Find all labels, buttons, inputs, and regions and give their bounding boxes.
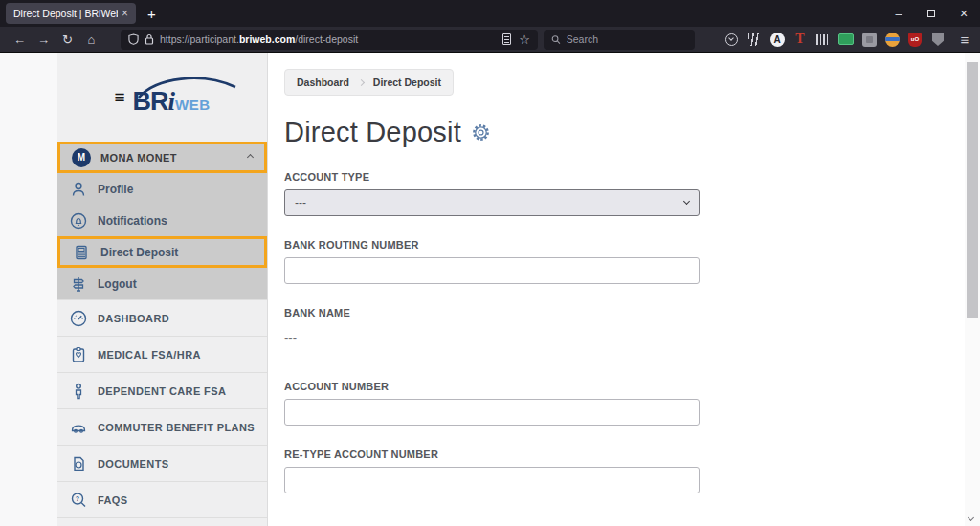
account-type-value: --- — [295, 196, 306, 209]
sidebar-item-label: DASHBOARD — [98, 313, 169, 324]
restore-button[interactable] — [915, 0, 947, 27]
sidebar-item-label: MEDICAL FSA/HRA — [98, 349, 201, 361]
browser-tab[interactable]: Direct Deposit | BRiWeb × — [6, 3, 136, 24]
notifications-icon — [69, 211, 88, 230]
tracking-protection-shield-icon[interactable] — [128, 33, 139, 45]
search-bar[interactable] — [544, 30, 695, 50]
url-path: /direct-deposit — [295, 33, 358, 45]
ublock-shield-icon[interactable]: uO — [907, 32, 923, 47]
sidebar-item-logout[interactable]: Logout — [57, 268, 267, 299]
browser-toolbar: ← → ↻ ⌂ https://participant.briweb.com/d… — [0, 27, 980, 53]
sidebar-item-dependent-care-fsa[interactable]: DEPENDENT CARE FSA — [57, 372, 267, 408]
tab-close-icon[interactable]: × — [122, 7, 128, 20]
browser-window: Direct Deposit | BRiWeb × + – × ← → ↻ ⌂ … — [0, 0, 980, 526]
sidebar-item-dashboard[interactable]: DASHBOARD — [57, 299, 267, 336]
url-prefix: https://participant. — [160, 33, 239, 45]
direct-deposit-form: ACCOUNT TYPE --- BANK ROUTING NUMBER BAN… — [284, 171, 700, 526]
url-bar[interactable]: https://participant.briweb.com/direct-de… — [121, 30, 538, 50]
left-gutter — [0, 53, 57, 526]
sidebar-item-profile[interactable]: Profile — [57, 173, 267, 205]
account-number-label: ACCOUNT NUMBER — [284, 381, 700, 392]
sidebar-item-faqs[interactable]: ? FAQS — [57, 481, 267, 517]
user-avatar: M — [72, 148, 91, 167]
user-name: MONA MONET — [100, 152, 238, 164]
page-scrollbar[interactable] — [965, 53, 980, 526]
sidebar-item-label: Direct Deposit — [100, 246, 178, 259]
avatar-extension-icon[interactable] — [884, 32, 900, 47]
breadcrumb: Dashboard Direct Deposit — [284, 69, 454, 96]
gray-extension-icon[interactable] — [861, 32, 877, 47]
sidebar-item-label: Logout — [98, 277, 137, 291]
close-button[interactable]: × — [947, 0, 980, 27]
user-menu-toggle[interactable]: M MONA MONET — [57, 142, 267, 173]
back-button[interactable]: ← — [8, 29, 32, 50]
account-type-label: ACCOUNT TYPE — [284, 171, 700, 183]
medical-clipboard-icon — [69, 345, 88, 364]
briweb-logo: BRiWEB — [133, 79, 211, 115]
user-menu-section: M MONA MONET Profile Notifications Direc… — [57, 142, 267, 299]
lock-icon[interactable] — [145, 33, 154, 45]
logout-icon — [69, 274, 88, 294]
sidebar-item-label: DEPENDENT CARE FSA — [98, 385, 226, 397]
reader-view-icon[interactable] — [502, 33, 511, 45]
logo-swoosh — [135, 74, 240, 99]
sidebar-item-notifications[interactable]: Notifications — [57, 205, 267, 236]
new-tab-button[interactable]: + — [147, 6, 156, 22]
settings-gear-icon[interactable] — [471, 122, 491, 142]
sidebar-item-documents[interactable]: DOCUMENTS — [57, 445, 267, 481]
tab-bar: Direct Deposit | BRiWeb × + – × — [0, 0, 980, 27]
bank-name-label: BANK NAME — [284, 307, 700, 318]
sidebar-item-label: DOCUMENTS — [98, 458, 169, 470]
account-number-input[interactable] — [284, 399, 700, 426]
pocket-icon[interactable] — [724, 32, 739, 47]
profile-icon — [69, 180, 88, 199]
tab-title: Direct Deposit | BRiWeb — [13, 8, 118, 19]
sidebar-item-label: Notifications — [98, 214, 167, 228]
sidebar-item-label: Profile — [98, 183, 133, 196]
account-type-select[interactable]: --- — [284, 189, 700, 216]
search-input[interactable] — [567, 33, 687, 45]
bookmark-star-icon[interactable]: ☆ — [519, 33, 530, 46]
url-domain: briweb.com — [239, 33, 295, 45]
forward-button[interactable]: → — [32, 29, 56, 50]
sidebar-item-medical-fsa-hra[interactable]: MEDICAL FSA/HRA — [57, 336, 267, 372]
sidebar-item-next-partial — [57, 517, 267, 526]
card-extension-icon[interactable] — [838, 32, 854, 47]
sidebar: ≡ BRiWEB M MONA MONET Profile — [57, 53, 268, 526]
extension-a-icon[interactable]: A — [769, 32, 785, 47]
logo-area: ≡ BRiWEB — [57, 53, 267, 142]
retype-account-number-input[interactable] — [284, 467, 700, 493]
car-icon — [69, 418, 88, 437]
faq-search-icon: ? — [69, 491, 88, 510]
scrollbar-thumb[interactable] — [967, 62, 978, 318]
url-text: https://participant.briweb.com/direct-de… — [160, 33, 358, 45]
reload-button[interactable]: ↻ — [56, 29, 79, 50]
breadcrumb-separator-icon — [358, 78, 365, 85]
home-button[interactable]: ⌂ — [79, 29, 103, 50]
retype-account-number-label: RE-TYPE ACCOUNT NUMBER — [284, 449, 700, 460]
page-content: ≡ BRiWEB M MONA MONET Profile — [0, 53, 980, 526]
sidebar-item-commuter-benefit-plans[interactable]: COMMUTER BENEFIT PLANS — [57, 408, 267, 445]
privacy-shield-icon[interactable] — [930, 32, 946, 47]
main-content: Dashboard Direct Deposit Direct Deposit … — [269, 53, 965, 526]
app-menu-icon[interactable]: ≡ — [957, 32, 972, 47]
dashboard-icon — [69, 309, 88, 328]
sidebar-item-direct-deposit[interactable]: Direct Deposit — [57, 236, 267, 268]
chevron-down-icon — [683, 198, 690, 205]
direct-deposit-icon — [72, 243, 91, 262]
scroll-down-icon[interactable] — [969, 507, 973, 524]
page-title: Direct Deposit — [284, 117, 461, 148]
breadcrumb-dashboard[interactable]: Dashboard — [297, 77, 349, 88]
bank-routing-number-input[interactable] — [284, 257, 700, 284]
sidebar-item-label: COMMUTER BENEFIT PLANS — [98, 422, 255, 433]
bank-routing-number-label: BANK ROUTING NUMBER — [284, 239, 700, 251]
breadcrumb-direct-deposit: Direct Deposit — [373, 77, 441, 88]
chevron-up-icon — [247, 154, 254, 161]
barcode-extension-icon[interactable] — [815, 32, 831, 47]
sidebar-menu-toggle-icon[interactable]: ≡ — [114, 87, 124, 108]
minimize-button[interactable]: – — [882, 0, 915, 27]
search-icon — [551, 34, 561, 45]
library-icon[interactable] — [746, 32, 762, 47]
restore-icon — [927, 10, 935, 17]
extension-t-icon[interactable]: T — [792, 32, 808, 47]
